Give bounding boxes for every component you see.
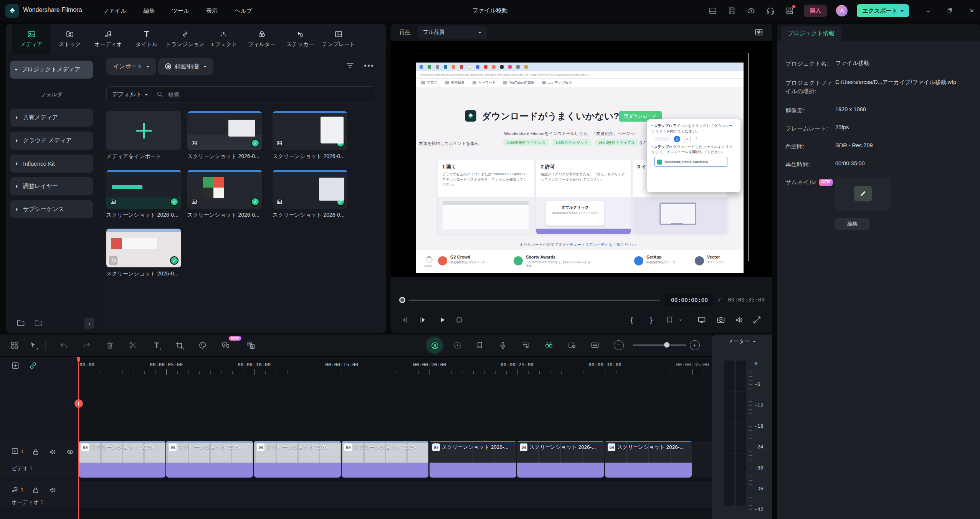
timeline-clip[interactable]: スクリーンショット 2026-... [605, 441, 692, 478]
tab-stock[interactable]: ストック [51, 24, 89, 54]
avatar[interactable] [836, 5, 848, 16]
snapshot-button[interactable] [716, 315, 726, 325]
timeline-clip[interactable]: スクリーンショット 2026-... [166, 441, 253, 478]
mute-speaker-icon[interactable] [48, 448, 57, 456]
thumbnail-box[interactable] [835, 177, 891, 211]
volume-button[interactable] [734, 315, 745, 325]
sidebar-item-adjustment-layer[interactable]: 調整レイヤー [10, 177, 93, 195]
sidebar-item-cloud-media[interactable]: クラウド メディア [10, 132, 93, 150]
menu-file[interactable]: ファイル [103, 7, 126, 15]
record-dropdown-button[interactable]: 録画/録音 [158, 58, 213, 75]
quality-dropdown[interactable]: フル品質 [418, 26, 487, 39]
crop-icon[interactable] [174, 340, 185, 351]
delete-icon[interactable] [104, 340, 115, 351]
link-icon[interactable] [28, 361, 38, 371]
meter-toggle-button[interactable]: メーター [712, 334, 772, 348]
tab-templates[interactable]: テンプレート [319, 24, 358, 54]
sidebar-item-project-media[interactable]: プロジェクトメディア [10, 61, 93, 79]
play-button[interactable] [437, 315, 448, 325]
apps-grid-icon[interactable] [785, 6, 795, 16]
import-media-tile[interactable]: メディアをインポート [106, 111, 181, 160]
fullscreen-button[interactable] [752, 315, 762, 325]
keyframe-camera-icon[interactable] [567, 340, 577, 351]
scopes-icon[interactable] [754, 28, 764, 38]
collapse-sidebar-button[interactable]: ‹ [84, 318, 94, 329]
motion-track-icon[interactable] [452, 340, 463, 351]
tab-effects[interactable]: エフェクト [204, 24, 243, 54]
scrubber-track[interactable] [408, 300, 660, 301]
step-forward-button[interactable] [418, 315, 428, 325]
tab-titles[interactable]: Tタイトル [127, 24, 166, 54]
playhead-handle[interactable] [74, 399, 83, 408]
close-button[interactable]: × [970, 7, 974, 15]
tab-transitions[interactable]: トランジション [166, 24, 204, 54]
menu-edit[interactable]: 編集 [143, 7, 155, 15]
minimize-button[interactable]: – [927, 8, 930, 14]
layout-icon[interactable] [708, 6, 718, 16]
filter-view-icon[interactable] [345, 61, 355, 72]
timeline-clip[interactable]: スクリーンショット 2026-... [517, 441, 604, 478]
color-palette-icon[interactable] [197, 340, 208, 351]
marker-button[interactable] [664, 315, 675, 325]
audio-beat-icon[interactable] [521, 340, 531, 351]
tab-audio[interactable]: オーディオ [89, 24, 127, 54]
playhead-top-marker[interactable] [77, 357, 80, 362]
split-clip-icon[interactable] [544, 340, 554, 351]
timeline-zoom-slider[interactable] [633, 344, 686, 346]
redo-icon[interactable] [81, 340, 92, 351]
marker-chevron-icon[interactable] [678, 315, 683, 325]
previous-frame-button[interactable] [399, 315, 410, 325]
playhead-line[interactable] [78, 357, 79, 519]
mark-in-button[interactable]: { [626, 315, 637, 325]
media-item[interactable]: ✓ スクリーンショット 2026-0... [187, 111, 262, 160]
media-item[interactable]: ✓ スクリーンショット 2026-0... [187, 170, 262, 219]
menu-help[interactable]: ヘルプ [235, 7, 252, 15]
lock-icon[interactable] [31, 448, 40, 456]
media-browser-icon[interactable] [9, 340, 20, 351]
menu-view[interactable]: 表示 [206, 7, 218, 15]
sidebar-item-influence-kit[interactable]: Influence Kit [10, 155, 93, 173]
cloud-sync-icon[interactable] [746, 6, 756, 16]
translate-icon[interactable] [246, 340, 256, 351]
add-marker-icon[interactable] [11, 361, 20, 371]
lock-icon[interactable] [31, 486, 40, 494]
edit-thumbnail-button[interactable]: 編集 [835, 218, 870, 230]
tab-project-info[interactable]: プロジェクト情報 [781, 26, 841, 41]
media-item[interactable]: ✓ スクリーンショット 2026-0... [273, 111, 347, 160]
marker-shield-icon[interactable] [474, 340, 485, 351]
media-item[interactable]: ✓ スクリーンショット 2026-0... [106, 170, 181, 219]
more-options-icon[interactable]: ••• [364, 61, 374, 70]
save-icon[interactable] [727, 6, 737, 16]
support-headset-icon[interactable] [765, 6, 775, 16]
timeline-clip[interactable]: スクリーンショット 2026-... [342, 441, 428, 478]
pencil-icon[interactable] [854, 186, 872, 201]
delete-folder-icon[interactable] [34, 318, 43, 329]
zoom-in-icon[interactable]: + [689, 340, 700, 351]
mute-speaker-icon[interactable] [48, 486, 57, 494]
ruler-ticks[interactable] [79, 371, 712, 374]
select-cursor-icon[interactable] [28, 340, 38, 351]
import-dropdown-button[interactable]: インポート [106, 58, 156, 75]
timeline-clip[interactable]: スクリーンショット 2026-... [79, 441, 165, 478]
eye-icon[interactable] [66, 448, 74, 456]
preview-canvas[interactable]: filmora.wondershare.jp/jp/download_guida… [391, 41, 772, 277]
sidebar-item-shared-media[interactable]: 共有メディア [10, 109, 93, 127]
voiceover-mic-icon[interactable] [497, 340, 508, 351]
split-scissors-icon[interactable] [127, 340, 138, 351]
maximize-button[interactable] [947, 7, 953, 15]
ripple-edit-icon[interactable] [590, 340, 600, 351]
search-input[interactable] [167, 91, 369, 98]
tab-filters[interactable]: フィルター [243, 24, 281, 54]
zoom-slider-handle[interactable] [664, 342, 669, 348]
menu-tools[interactable]: ツール [172, 7, 189, 15]
tab-stickers[interactable]: ステッカー [281, 24, 319, 54]
new-folder-icon[interactable] [16, 318, 25, 329]
sidebar-item-subsequence[interactable]: サブシーケンス [10, 200, 93, 218]
add-text-icon[interactable]: T [151, 340, 162, 351]
scrubber-handle[interactable] [399, 297, 405, 303]
smart-cutout-icon[interactable] [428, 338, 441, 352]
speech-to-text-icon[interactable] [220, 340, 231, 351]
stop-button[interactable] [454, 315, 464, 325]
timeline-clip[interactable]: スクリーンショット 2026-... [254, 441, 341, 478]
export-button[interactable]: エクスポート [857, 4, 909, 17]
